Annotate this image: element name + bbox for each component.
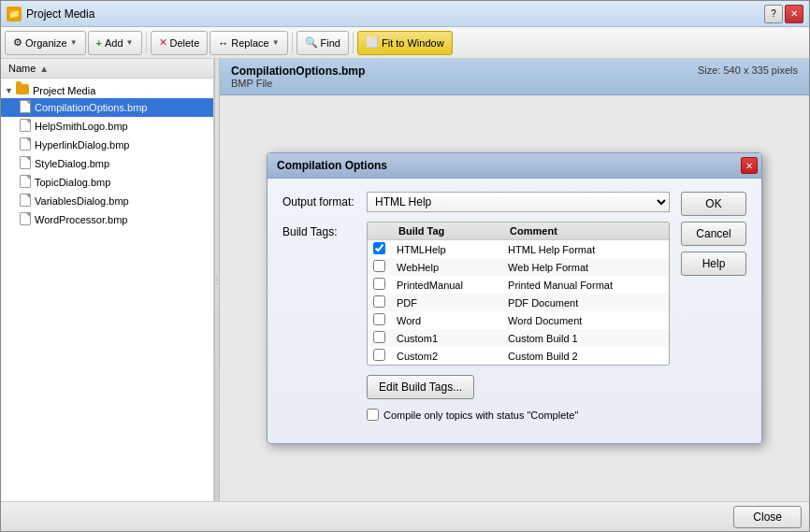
delete-button[interactable]: ✕ Delete xyxy=(151,31,209,55)
preview-content: Compilation Options ✕ Output format: xyxy=(220,95,809,501)
file-icon-2 xyxy=(20,119,31,134)
build-tags-label: Build Tags: xyxy=(282,225,367,238)
file-icon-6 xyxy=(20,194,31,208)
minimize-button[interactable]: ? xyxy=(764,5,783,23)
build-tag-checkbox-pdf[interactable] xyxy=(373,295,385,308)
build-tag-name-pdf: PDF xyxy=(391,294,502,311)
preview-filename: CompilationOptions.bmp xyxy=(231,65,365,78)
name-column-label: Name xyxy=(8,63,36,74)
organize-button[interactable]: ⚙ Organize ▼ xyxy=(5,31,86,55)
build-tag-comment-pdf: PDF Document xyxy=(502,294,669,311)
output-format-label: Output format: xyxy=(282,195,367,208)
build-tag-row: HTMLHelpHTML Help Format xyxy=(368,240,669,259)
sort-ascending-icon: ▲ xyxy=(39,64,49,74)
col-header-comment: Comment xyxy=(502,223,669,240)
delete-icon: ✕ xyxy=(159,36,167,49)
add-dropdown-arrow: ▼ xyxy=(126,38,134,47)
build-tag-checkbox-printedmanual[interactable] xyxy=(373,278,385,290)
build-tag-row: Custom2Custom Build 2 xyxy=(368,347,669,365)
organize-dropdown-arrow: ▼ xyxy=(70,38,78,47)
build-tag-checkbox-htmlhelp[interactable] xyxy=(373,242,385,254)
toolbar-sep-3 xyxy=(353,33,354,53)
tree-item-topicdialog[interactable]: TopicDialog.bmp xyxy=(1,173,213,192)
fit-to-window-button[interactable]: ⬜ Fit to Window xyxy=(357,31,453,55)
file-icon-1 xyxy=(20,100,31,115)
compile-only-checkbox[interactable] xyxy=(367,409,379,421)
build-tag-comment-custom1: Custom Build 1 xyxy=(502,329,669,347)
compilation-options-dialog: Compilation Options ✕ Output format: xyxy=(267,152,762,444)
build-tag-comment-webhelp: Web Help Format xyxy=(502,258,669,276)
tree-item-hyperlinkdialog[interactable]: HyperlinkDialog.bmp xyxy=(1,136,213,154)
build-tag-comment-htmlhelp: HTML Help Format xyxy=(502,240,669,259)
close-bottom-button[interactable]: Close xyxy=(733,506,802,528)
preview-header: CompilationOptions.bmp BMP File Size: 54… xyxy=(220,59,809,95)
tree-header: Name ▲ xyxy=(1,59,213,79)
replace-icon: ↔ xyxy=(218,37,228,49)
build-tags-row: Build Tags: Build Tag xyxy=(282,222,670,421)
tree-content[interactable]: ▼ Project Media CompilationOptions.bmp xyxy=(1,79,213,501)
tree-item-variablesdialog[interactable]: VariablesDialog.bmp xyxy=(1,192,213,210)
file-icon-7 xyxy=(20,212,31,227)
file-icon-4 xyxy=(20,156,31,171)
title-bar: 📁 Project Media ? ✕ xyxy=(1,1,809,27)
tree-item-helpsmithlogo[interactable]: HelpSmithLogo.bmp xyxy=(1,117,213,136)
find-icon: 🔍 xyxy=(305,36,318,49)
output-format-row: Output format: HTML Help WebHelp Printed… xyxy=(282,192,670,212)
replace-button[interactable]: ↔ Replace ▼ xyxy=(210,31,287,55)
build-tag-checkbox-custom2[interactable] xyxy=(373,349,385,361)
output-format-select[interactable]: HTML Help WebHelp Printed Manual PDF Wor… xyxy=(367,192,670,212)
build-tag-row: WordWord Document xyxy=(368,311,669,329)
preview-size: Size: 540 x 335 pixels xyxy=(698,65,798,76)
dialog-buttons: OK Cancel Help xyxy=(681,192,746,430)
preview-area: CompilationOptions.bmp BMP File Size: 54… xyxy=(220,59,809,501)
tree-item-compilationoptions[interactable]: CompilationOptions.bmp xyxy=(1,98,213,117)
toolbar-sep-2 xyxy=(292,33,293,53)
cancel-button[interactable]: Cancel xyxy=(681,222,746,246)
close-title-button[interactable]: ✕ xyxy=(785,5,803,23)
tree-item-styledialog[interactable]: StyleDialog.bmp xyxy=(1,154,213,173)
build-tag-name-htmlhelp: HTMLHelp xyxy=(391,240,502,259)
content-area: Name ▲ ▼ Project Media xyxy=(1,59,809,501)
edit-build-tags-button[interactable]: Edit Build Tags... xyxy=(367,375,474,399)
dialog-title-bar: Compilation Options ✕ xyxy=(268,153,761,179)
find-button[interactable]: 🔍 Find xyxy=(297,31,349,55)
col-header-build-tag: Build Tag xyxy=(391,223,502,240)
build-tag-checkbox-custom1[interactable] xyxy=(373,331,385,343)
folder-icon xyxy=(16,84,29,96)
add-button[interactable]: + Add ▼ xyxy=(88,31,142,55)
fit-to-window-icon: ⬜ xyxy=(366,36,379,49)
dialog-title: Compilation Options xyxy=(277,159,387,172)
ok-button[interactable]: OK xyxy=(681,192,746,216)
compile-checkbox-row: Compile only topics with status "Complet… xyxy=(367,409,670,421)
build-tag-row: Custom1Custom Build 1 xyxy=(368,329,669,347)
build-tags-table-container: Build Tag Comment HTMLHelpHTML Help Form… xyxy=(367,222,670,366)
build-tag-checkbox-webhelp[interactable] xyxy=(373,260,385,272)
window-title: Project Media xyxy=(26,7,764,21)
collapse-icon: ▼ xyxy=(5,86,16,95)
col-header-checkbox xyxy=(368,223,391,240)
help-button[interactable]: Help xyxy=(681,252,746,276)
tree-item-wordprocessor[interactable]: WordProcessor.bmp xyxy=(1,210,213,229)
tree-panel: Name ▲ ▼ Project Media xyxy=(1,59,214,501)
preview-filetype: BMP File xyxy=(231,78,365,89)
compile-only-label[interactable]: Compile only topics with status "Complet… xyxy=(383,410,578,421)
build-tag-row: PDFPDF Document xyxy=(368,294,669,311)
build-tag-checkbox-word[interactable] xyxy=(373,313,385,325)
dialog-overlay: Compilation Options ✕ Output format: xyxy=(220,95,809,501)
tree-root: ▼ Project Media CompilationOptions.bmp xyxy=(1,80,213,231)
main-window: 📁 Project Media ? ✕ ⚙ Organize ▼ + Add ▼… xyxy=(0,0,810,532)
file-icon-3 xyxy=(20,137,31,152)
toolbar: ⚙ Organize ▼ + Add ▼ ✕ Delete ↔ Replace … xyxy=(1,27,809,59)
build-tags-container: Build Tag Comment HTMLHelpHTML Help Form… xyxy=(367,222,670,421)
build-tag-row: PrintedManualPrinted Manual Format xyxy=(368,276,669,294)
status-bar: Close xyxy=(1,501,809,531)
build-tags-table: Build Tag Comment HTMLHelpHTML Help Form… xyxy=(368,223,669,365)
tree-item-root[interactable]: ▼ Project Media xyxy=(1,82,213,98)
build-tag-comment-custom2: Custom Build 2 xyxy=(502,347,669,365)
add-icon: + xyxy=(96,37,102,49)
organize-icon: ⚙ xyxy=(13,36,22,49)
dialog-close-button[interactable]: ✕ xyxy=(741,157,758,174)
build-tag-name-custom2: Custom2 xyxy=(391,347,502,365)
file-icon-5 xyxy=(20,175,31,190)
dialog-body: Output format: HTML Help WebHelp Printed… xyxy=(268,179,761,443)
